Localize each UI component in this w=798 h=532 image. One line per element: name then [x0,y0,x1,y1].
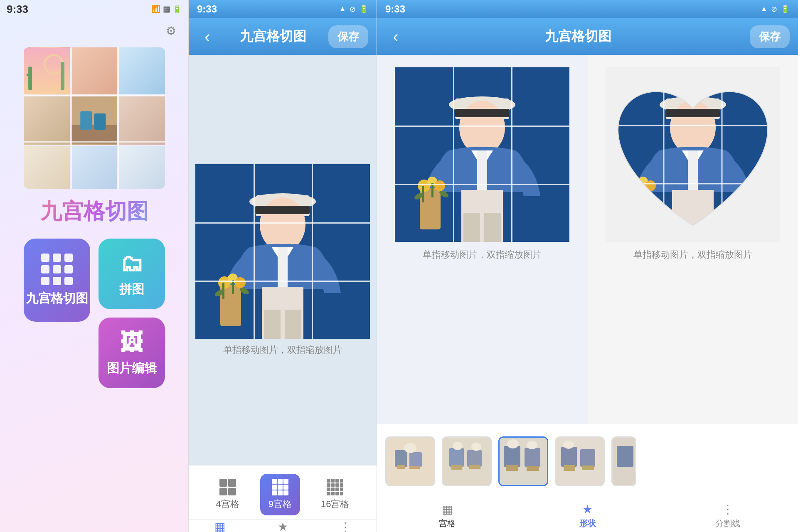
panel2-header: ‹ 九宫格切图 保存 [189,18,377,55]
g9-6 [283,485,288,490]
image-preview-2[interactable]: 单指移动图片，双指缩放图片 [189,55,377,466]
preview-img-5 [71,96,117,144]
tab-divider-3[interactable]: ⋮ 分割线 [658,499,798,532]
panel3-header: ‹ 九宫格切图 保存 [377,18,798,55]
svg-rect-7 [80,111,92,130]
dot-5 [53,265,61,273]
thumb-img-4 [556,438,603,485]
g9-4 [272,485,277,490]
svg-point-12 [260,197,305,251]
svg-point-37 [434,180,445,191]
buttons-area: 九宫格切图 🗂 拼图 🖼 图片编辑 [24,239,165,388]
g16-13 [327,492,330,496]
header-title-3: 九宫格切图 [545,27,611,46]
grid-dots-icon [41,254,73,285]
btn-collage[interactable]: 🗂 拼图 [99,239,165,309]
option-9grid-label: 9宫格 [268,498,292,510]
thumbnail-1[interactable] [385,436,435,486]
svg-rect-79 [525,448,540,467]
svg-rect-74 [469,465,480,469]
panel-grid-editor: 9:33 ▲ ⊘ 🔋 ‹ 九宫格切图 保存 [188,0,377,532]
signal-icon: 📶 [151,5,160,14]
svg-point-89 [563,441,574,449]
thumbnail-5[interactable] [611,436,636,486]
panel3-left: 单指移动图片，双指缩放图片 [377,55,588,424]
tab-divider-2[interactable]: ⋮ 分割线 [314,520,377,532]
g4-3 [219,488,227,496]
save-button-3[interactable]: 保存 [750,25,790,48]
panel1-header: ⚙ [0,18,188,43]
g16-3 [335,479,339,483]
back-button-2[interactable]: ‹ [197,26,218,47]
g9-2 [278,479,283,484]
wifi-icon: ▦ [163,5,170,14]
btn-ninegrid[interactable]: 九宫格切图 [24,239,90,322]
signal-icon-3: ▲ [760,5,768,14]
g9-9 [283,490,288,495]
tab-divider-icon-2: ⋮ [340,520,351,532]
g16-5 [327,483,330,487]
option-9grid[interactable]: 9宫格 [260,474,300,515]
tab-divider-label-3: 分割线 [715,518,740,529]
g9-5 [278,485,283,490]
thumbnail-4[interactable] [555,436,605,486]
status-time-2: 9:33 [197,3,217,15]
status-time-1: 9:33 [7,3,28,16]
tab-grid-3[interactable]: ▦ 宫格 [377,499,517,532]
battery-icon: 🔋 [172,5,182,14]
status-icons-1: 📶 ▦ 🔋 [151,5,182,14]
g16-1 [327,479,330,483]
bottom-toolbar-2: 4宫格 9宫格 [189,466,377,532]
preview-cell-7 [24,146,70,189]
option-4grid[interactable]: 4宫格 [208,474,248,515]
svg-point-83 [527,441,537,449]
g16-10 [331,488,335,491]
g9-7 [272,490,277,495]
panel-home: 9:33 📶 ▦ 🔋 ⚙ [0,0,188,532]
g16-6 [331,483,335,487]
svg-rect-43 [463,213,480,242]
svg-point-69 [404,443,416,453]
svg-rect-8 [94,113,106,130]
svg-point-82 [507,439,519,448]
dot-2 [53,254,61,262]
grid-4-icon [219,479,236,495]
status-bar-2: 9:33 ▲ ⊘ 🔋 [189,0,377,18]
tab-grid-2[interactable]: ▦ 宫格 [189,520,251,532]
svg-rect-65 [395,450,407,467]
svg-rect-26 [285,310,301,339]
grid-wrapper-3 [395,67,569,242]
btn-grid-label: 九宫格切图 [26,290,88,307]
tab-grid-label-3: 宫格 [439,518,456,529]
dot-4 [41,265,49,273]
btn-edit[interactable]: 🖼 图片编辑 [99,318,165,388]
status-bar-3: 9:33 ▲ ⊘ 🔋 [377,0,798,18]
svg-point-76 [471,443,481,451]
btn-collage-label: 拼图 [119,281,144,298]
svg-rect-14 [278,247,288,289]
option-16grid-label: 16宫格 [321,498,349,510]
thumbnail-2[interactable] [442,436,492,486]
preview-cell-3 [118,47,165,95]
svg-rect-67 [397,465,405,469]
g16-7 [335,483,339,487]
tab-shape-3[interactable]: ★ 形状 [517,499,658,532]
svg-rect-87 [564,465,575,471]
back-button-3[interactable]: ‹ [385,26,406,47]
tab-shape-2[interactable]: ★ 形状 [251,520,314,532]
g16-4 [340,479,344,483]
svg-rect-86 [580,449,595,467]
status-icons-2: ▲ ⊘ 🔋 [339,5,368,14]
svg-rect-51 [688,150,698,192]
thumbnail-3[interactable] [498,436,548,486]
dot-3 [64,254,73,262]
tabbar-3: ▦ 宫格 ★ 形状 ⋮ 分割线 [377,499,798,532]
preview-cell-6 [118,96,165,144]
status-time-3: 9:33 [385,3,405,15]
svg-rect-73 [451,465,462,470]
option-16grid[interactable]: 16宫格 [313,474,357,515]
preview-cell-4 [24,96,70,144]
save-button-2[interactable]: 保存 [328,25,368,48]
signal-icon-2: ▲ [339,5,346,14]
settings-icon[interactable]: ⚙ [162,22,180,40]
